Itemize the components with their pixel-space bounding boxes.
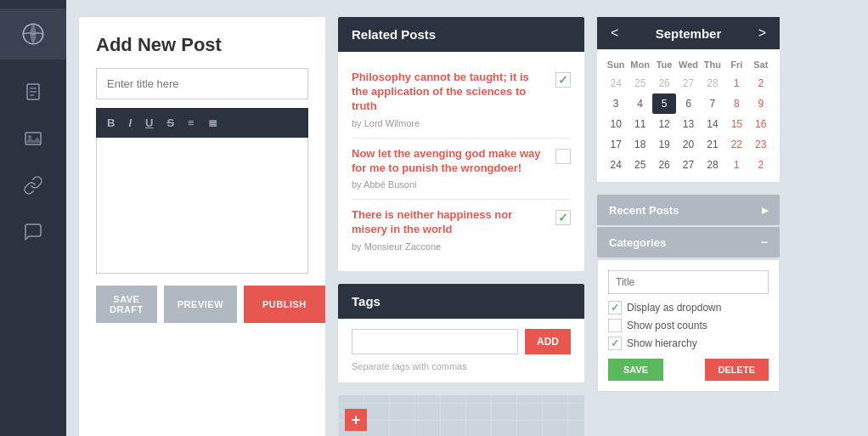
cal-day[interactable]: 11 <box>628 114 651 134</box>
cal-day[interactable]: 2 <box>749 73 773 93</box>
recent-posts-label: Recent Posts <box>609 204 679 217</box>
sidebar-item-link[interactable] <box>0 161 66 208</box>
cal-day[interactable]: 9 <box>749 93 773 114</box>
day-header-fri: Fri <box>724 56 748 73</box>
globe-icon <box>21 22 45 46</box>
related-post-item-1: Now let the avenging god make way for me… <box>352 139 571 201</box>
publish-button[interactable]: PUBLISH <box>244 286 325 323</box>
cal-day[interactable]: 26 <box>652 155 676 175</box>
cal-day[interactable]: 13 <box>676 114 700 134</box>
counts-checkbox[interactable] <box>608 319 622 332</box>
related-post-item-2: There is neither happiness nor misery in… <box>352 200 571 261</box>
add-tag-button[interactable]: ADD <box>525 329 571 354</box>
cal-day[interactable]: 24 <box>604 155 628 175</box>
cal-day[interactable]: 14 <box>701 114 724 134</box>
cal-day[interactable]: 17 <box>604 134 628 155</box>
hierarchy-label: Show hierarchy <box>627 337 697 349</box>
preview-button[interactable]: PREVIEW <box>164 286 237 323</box>
calendar-next-button[interactable]: > <box>755 25 769 41</box>
calendar: < September > Sun Mon Tue Wed Thu Fri Sa… <box>597 17 780 182</box>
calendar-header: < September > <box>597 17 780 49</box>
cal-day[interactable]: 28 <box>701 73 724 93</box>
cal-day[interactable]: 16 <box>749 114 773 134</box>
cal-day[interactable]: 19 <box>652 134 676 155</box>
underline-button[interactable]: U <box>143 115 155 131</box>
post-title-input[interactable] <box>96 68 308 99</box>
recent-posts-header[interactable]: Recent Posts ▸ <box>597 195 780 225</box>
cal-day[interactable]: 27 <box>676 73 700 93</box>
cal-day[interactable]: 3 <box>604 93 628 114</box>
day-header-sun: Sun <box>604 56 628 73</box>
post-content-editor[interactable] <box>96 138 308 274</box>
cal-day[interactable]: 1 <box>724 155 748 175</box>
calendar-week-3: 10 11 12 13 14 15 16 <box>604 114 773 134</box>
cal-day[interactable]: 4 <box>628 93 651 114</box>
categories-form: ✓ Display as dropdown Show post counts ✓… <box>597 259 780 392</box>
delete-category-button[interactable]: DELETE <box>705 359 769 381</box>
cal-day[interactable]: 2 <box>749 155 773 175</box>
right-panel: < September > Sun Mon Tue Wed Thu Fri Sa… <box>597 17 780 436</box>
cal-day[interactable]: 15 <box>724 114 748 134</box>
related-post-title-1[interactable]: Now let the avenging god make way for me… <box>352 147 547 176</box>
cal-day[interactable]: 22 <box>724 134 748 155</box>
cal-day[interactable]: 25 <box>628 73 651 93</box>
cal-day[interactable]: 24 <box>604 73 628 93</box>
related-post-checkbox-2[interactable]: ✓ <box>555 210 571 225</box>
checkmark-icon: ✓ <box>611 302 619 314</box>
middle-panel: Related Posts Philosophy cannot be taugh… <box>338 17 584 436</box>
comment-icon <box>23 222 43 242</box>
cal-day[interactable]: 6 <box>676 93 700 114</box>
bold-button[interactable]: B <box>104 115 117 131</box>
cal-day[interactable]: 23 <box>749 134 773 155</box>
cal-day[interactable]: 21 <box>701 134 724 155</box>
left-panel: Add New Post B I U S ≡ ≣ SAVE DRAFT PREV… <box>79 17 325 436</box>
calendar-day-headers: Sun Mon Tue Wed Thu Fri Sat <box>604 56 773 73</box>
related-post-checkbox-0[interactable]: ✓ <box>555 72 571 88</box>
category-option-dropdown: ✓ Display as dropdown <box>608 301 769 314</box>
categories-label: Categories <box>609 236 666 249</box>
sidebar-logo[interactable] <box>0 8 66 59</box>
cal-day[interactable]: 1 <box>724 73 748 93</box>
cal-day[interactable]: 8 <box>724 93 748 114</box>
category-option-counts: Show post counts <box>608 319 769 332</box>
save-category-button[interactable]: SAVE <box>608 359 663 381</box>
related-post-author-1: by Abbé Busoni <box>352 179 416 190</box>
dropdown-checkbox[interactable]: ✓ <box>608 301 622 314</box>
calendar-prev-button[interactable]: < <box>607 25 622 41</box>
related-post-title-0[interactable]: Philosophy cannot be taught; it is the a… <box>352 71 547 114</box>
related-post-title-2[interactable]: There is neither happiness nor misery in… <box>352 208 547 237</box>
cal-day[interactable]: 20 <box>676 134 700 155</box>
sidebar-item-document[interactable] <box>0 68 66 115</box>
cal-day[interactable]: 27 <box>676 155 700 175</box>
related-posts-header: Related Posts <box>338 17 584 52</box>
cal-day[interactable]: 10 <box>604 114 628 134</box>
related-post-checkbox-1[interactable] <box>555 149 571 164</box>
sidebar-item-image[interactable] <box>0 115 66 161</box>
day-header-wed: Wed <box>676 56 700 73</box>
link-icon <box>23 175 43 195</box>
strikethrough-button[interactable]: S <box>164 115 177 131</box>
sidebar-item-comment[interactable] <box>0 208 66 255</box>
cal-day[interactable]: 7 <box>701 93 724 114</box>
related-posts-card: Related Posts Philosophy cannot be taugh… <box>338 17 584 271</box>
sidebar <box>0 0 66 436</box>
categories-header[interactable]: Categories − <box>597 227 780 258</box>
related-post-author-2: by Monsieur Zaccone <box>352 241 441 252</box>
tags-input[interactable] <box>352 329 518 354</box>
tags-card: Tags ADD Separate tags with commas <box>338 284 584 382</box>
map-add-button[interactable]: + <box>345 409 367 431</box>
category-title-input[interactable] <box>608 270 769 294</box>
cal-day[interactable]: 18 <box>628 134 651 155</box>
cal-day[interactable]: 12 <box>652 114 676 134</box>
save-draft-button[interactable]: SAVE DRAFT <box>96 286 157 323</box>
list-ordered-button[interactable]: ≣ <box>206 115 220 131</box>
cal-day[interactable]: 25 <box>628 155 651 175</box>
cal-day[interactable]: 26 <box>652 73 676 93</box>
cal-day[interactable]: 28 <box>701 155 724 175</box>
categories-toggle: − <box>761 235 768 249</box>
category-option-hierarchy: ✓ Show hierarchy <box>608 337 769 350</box>
list-unordered-button[interactable]: ≡ <box>185 115 197 131</box>
italic-button[interactable]: I <box>126 115 134 131</box>
hierarchy-checkbox[interactable]: ✓ <box>608 337 622 350</box>
cal-day-today[interactable]: 5 <box>652 93 676 114</box>
